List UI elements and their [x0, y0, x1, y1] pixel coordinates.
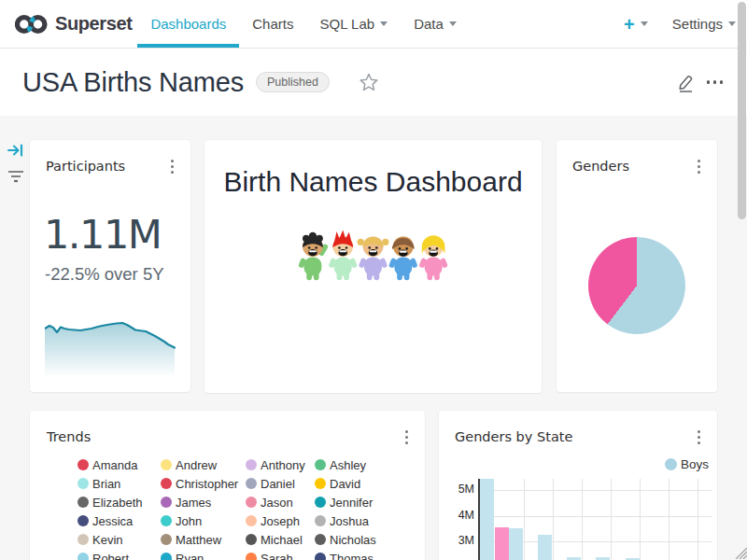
- nav-item[interactable]: Charts: [239, 0, 306, 48]
- legend-item[interactable]: Michael: [246, 533, 315, 547]
- legend-color-dot: [78, 459, 89, 470]
- legend-color-dot: [315, 497, 326, 508]
- legend-label: Brian: [92, 477, 120, 491]
- nav-item-label: Data: [414, 16, 444, 32]
- published-badge[interactable]: Published: [256, 72, 330, 92]
- legend-item[interactable]: Brian: [78, 477, 161, 491]
- legend-item[interactable]: David: [315, 477, 408, 491]
- nav-item-label: SQL Lab: [319, 16, 374, 32]
- legend-label: Anthony: [261, 458, 305, 472]
- legend-item[interactable]: Robert: [78, 552, 161, 560]
- legend-color-dot: [78, 478, 89, 489]
- legend-item[interactable]: Daniel: [246, 477, 315, 491]
- legend-color-dot: [161, 497, 172, 508]
- favorite-star-icon[interactable]: [359, 73, 378, 91]
- add-new-button[interactable]: +: [624, 15, 648, 34]
- legend-item[interactable]: Anthony: [246, 458, 315, 472]
- nav-item[interactable]: Data: [401, 0, 470, 48]
- legend-color-dot: [78, 534, 89, 545]
- legend-item[interactable]: Nicholas: [315, 533, 408, 547]
- legend-color-dot: [246, 459, 257, 470]
- superset-dashboard-page: Superset Dashboards Charts SQL Lab: [0, 0, 747, 560]
- legend-item[interactable]: Amanda: [78, 458, 161, 472]
- legend-color-dot: [665, 458, 677, 470]
- sparkline-chart: [45, 321, 176, 379]
- legend-item[interactable]: Jason: [246, 496, 315, 510]
- legend-label: Thomas: [330, 552, 374, 560]
- legend-item[interactable]: Matthew: [161, 533, 246, 547]
- chart-title: Participants: [46, 159, 125, 174]
- legend-color-dot: [161, 553, 172, 560]
- big-number-value: 1.11M: [44, 215, 161, 255]
- legend-item[interactable]: Andrew: [161, 458, 246, 472]
- legend-item[interactable]: Ryan: [161, 552, 246, 560]
- legend-item[interactable]: Boys: [665, 457, 709, 471]
- superset-infinity-icon: [15, 10, 49, 38]
- nav-item[interactable]: SQL Lab: [306, 0, 401, 48]
- legend-color-dot: [246, 534, 257, 545]
- gridline-horizontal: [478, 490, 712, 491]
- legend-item[interactable]: Ashley: [315, 458, 408, 472]
- main-nav: Dashboards Charts SQL Lab Data: [137, 0, 469, 48]
- more-actions-icon[interactable]: [705, 77, 726, 88]
- legend-color-dot: [246, 553, 257, 560]
- markdown-card: Birth Names Dashboard: [204, 140, 542, 393]
- legend-label: Kevin: [92, 533, 123, 547]
- gridline-horizontal: [478, 516, 712, 517]
- legend-label: Joshua: [330, 514, 369, 528]
- legend-color-dot: [161, 534, 172, 545]
- nav-item[interactable]: Dashboards: [137, 0, 239, 48]
- expand-filter-bar-icon[interactable]: [7, 143, 23, 161]
- legend-label: Ashley: [330, 458, 366, 472]
- bar-boys-0: [480, 479, 494, 560]
- children-illustration: [295, 230, 452, 283]
- superset-logo[interactable]: Superset: [15, 10, 132, 38]
- legend-label: James: [176, 496, 211, 510]
- legend-item[interactable]: Christopher: [161, 477, 246, 491]
- chart-menu-icon[interactable]: [695, 429, 703, 445]
- chart-title: Genders by State: [455, 429, 572, 444]
- chart-menu-icon[interactable]: [695, 159, 703, 175]
- genders-card: Genders: [557, 140, 717, 392]
- y-axis-tick-label: 3M: [439, 534, 474, 547]
- legend-label: Matthew: [176, 533, 221, 547]
- legend-color-dot: [315, 553, 326, 560]
- legend-item[interactable]: Joshua: [315, 514, 408, 528]
- legend-item[interactable]: Kevin: [78, 533, 161, 547]
- top-navbar: Superset Dashboards Charts SQL Lab: [0, 0, 747, 49]
- settings-menu[interactable]: Settings: [672, 16, 736, 32]
- legend-color-dot: [246, 478, 257, 489]
- legend-color-dot: [315, 515, 326, 526]
- chart-menu-icon[interactable]: [168, 159, 176, 175]
- sparkline-area: [45, 323, 175, 377]
- legend-item[interactable]: Jennifer: [315, 496, 408, 510]
- legend-color-dot: [315, 459, 326, 470]
- chart-title: Genders: [572, 159, 629, 174]
- nav-item-label: Charts: [252, 16, 293, 32]
- resize-handle-icon[interactable]: [733, 545, 747, 559]
- legend-color-dot: [161, 478, 172, 489]
- legend-item[interactable]: John: [161, 514, 246, 528]
- legend-label: Michael: [261, 533, 303, 547]
- edit-dashboard-button[interactable]: [677, 73, 694, 92]
- legend-item[interactable]: Thomas: [315, 552, 408, 560]
- filters-icon[interactable]: [7, 169, 24, 188]
- legend-color-dot: [78, 497, 89, 508]
- big-number-subheader: -22.5% over 5Y: [45, 264, 164, 285]
- vertical-scrollbar[interactable]: [738, 2, 746, 219]
- legend-item[interactable]: Elizabeth: [78, 496, 161, 510]
- participants-card: Participants 1.11M -22.5% over 5Y: [30, 140, 190, 392]
- plus-icon: +: [624, 15, 635, 34]
- legend-item[interactable]: James: [161, 496, 246, 510]
- legend-item[interactable]: Jessica: [78, 514, 161, 528]
- legend-item[interactable]: Joseph: [246, 514, 315, 528]
- legend-label: Jennifer: [330, 496, 373, 510]
- legend-item[interactable]: Sarah: [246, 552, 315, 560]
- header-actions: [677, 73, 726, 92]
- legend-label: Robert: [92, 552, 129, 560]
- legend-label: David: [330, 477, 360, 491]
- bar-boys-2: [538, 535, 552, 560]
- chart-menu-icon[interactable]: [402, 429, 411, 445]
- nav-right: + Settings: [624, 15, 747, 34]
- legend-label: Sarah: [261, 552, 293, 560]
